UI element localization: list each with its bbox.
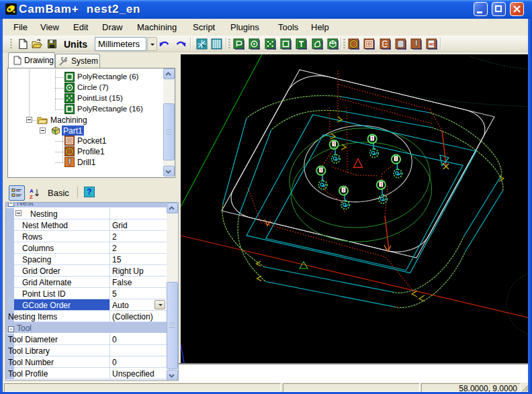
svg-text:Z: Z <box>30 194 33 199</box>
svg-text:MC: MC <box>429 42 435 46</box>
